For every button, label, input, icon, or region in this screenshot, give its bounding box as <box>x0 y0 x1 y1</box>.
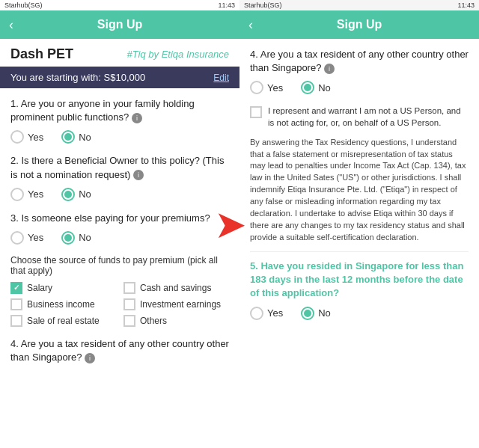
funds-investment[interactable]: Investment earnings <box>123 298 229 310</box>
q4-radio-group: Yes No <box>250 81 469 94</box>
status-right: 11:43 <box>218 1 235 9</box>
realestate-label: Sale of real estate <box>27 316 100 326</box>
q4-no-radio[interactable] <box>301 81 314 94</box>
status-bar-left: Starhub(SG) 11:43 <box>0 0 240 10</box>
q2-radio-group: Yes No <box>10 188 229 201</box>
q5-yes-radio[interactable] <box>250 307 263 320</box>
status-right-right: 11:43 <box>457 1 475 9</box>
q3-yes-label: Yes <box>28 232 43 243</box>
investment-label: Investment earnings <box>140 299 221 310</box>
q1-text: 1. Are you or anyone in your family hold… <box>10 97 229 124</box>
question-4-right: 4. Are you a tax resident of any other c… <box>250 48 469 94</box>
question-1: 1. Are you or anyone in your family hold… <box>10 97 229 144</box>
funds-section: Choose the source of funds to pay premiu… <box>10 255 229 327</box>
business-label: Business income <box>27 299 95 310</box>
realestate-checkbox[interactable] <box>10 315 22 327</box>
q5-no-option[interactable]: No <box>301 307 331 320</box>
starting-text: You are starting with: S$10,000 <box>10 72 145 83</box>
q4-preview-text: 4. Are you a tax resident of any other c… <box>10 337 229 364</box>
question-5: 5. Have you resided in Singapore for les… <box>250 260 469 320</box>
question-3: 3. Is someone else paying for your premi… <box>10 212 229 245</box>
starting-banner: You are starting with: S$10,000 Edit <box>0 67 240 88</box>
q1-yes-option[interactable]: Yes <box>10 130 43 144</box>
business-checkbox[interactable] <box>10 298 22 310</box>
investment-checkbox[interactable] <box>123 298 135 310</box>
us-person-row: I represent and warrant I am not a US Pe… <box>250 105 469 129</box>
q2-yes-label: Yes <box>28 188 43 200</box>
question-4-preview: 4. Are you a tax resident of any other c… <box>10 337 229 364</box>
funds-business[interactable]: Business income <box>10 298 116 310</box>
question-2: 2. Is there a Beneficial Owner to this p… <box>10 154 229 200</box>
back-button[interactable]: ‹ <box>9 17 13 33</box>
funds-realestate[interactable]: Sale of real estate <box>10 315 116 327</box>
header-title-left: Sign Up <box>97 18 142 31</box>
others-label: Others <box>140 316 167 326</box>
brand-name: Dash PET <box>10 46 73 62</box>
back-button-right[interactable]: ‹ <box>248 17 253 33</box>
status-bar-right: Starhub(SG) 11:43 <box>240 0 479 10</box>
q1-no-label: No <box>79 132 91 143</box>
q2-yes-option[interactable]: Yes <box>10 188 43 201</box>
q4-no-label: No <box>318 82 331 93</box>
time-label-right: 11:43 <box>457 1 475 9</box>
time-label: 11:43 <box>218 1 235 9</box>
us-person-label: I represent and warrant I am not a US Pe… <box>268 105 469 129</box>
others-checkbox[interactable] <box>123 315 135 327</box>
q4-yes-radio[interactable] <box>250 81 263 94</box>
left-panel: Starhub(SG) 11:43 ‹ Sign Up Dash PET #Ti… <box>0 0 240 448</box>
header-left: ‹ Sign Up <box>0 10 240 39</box>
q3-yes-radio[interactable] <box>10 231 24 245</box>
q1-no-option[interactable]: No <box>61 130 91 144</box>
q4-info-icon-right[interactable]: i <box>324 64 335 74</box>
q1-yes-label: Yes <box>28 132 43 143</box>
q4-right-text: 4. Are you a tax resident of any other c… <box>250 48 469 75</box>
q2-no-radio[interactable] <box>61 188 75 201</box>
header-right: ‹ Sign Up <box>240 10 479 39</box>
right-content: 4. Are you a tax resident of any other c… <box>240 39 479 448</box>
q5-highlight: 5. Have you resided in Singapore for les… <box>250 260 463 298</box>
q1-yes-radio[interactable] <box>10 130 24 144</box>
q2-info-icon[interactable]: i <box>133 170 144 180</box>
section-divider <box>250 251 469 252</box>
us-person-checkbox[interactable] <box>250 106 262 118</box>
q5-text: 5. Have you resided in Singapore for les… <box>250 260 469 301</box>
funds-salary[interactable]: Salary <box>10 282 116 294</box>
disclaimer-text: By answering the Tax Residency questions… <box>250 137 469 244</box>
q2-no-label: No <box>79 188 91 200</box>
funds-others[interactable]: Others <box>123 315 229 327</box>
right-panel: Starhub(SG) 11:43 ‹ Sign Up 4. Are you a… <box>240 0 479 448</box>
header-title-right: Sign Up <box>337 18 382 31</box>
q2-no-option[interactable]: No <box>61 188 91 201</box>
carrier-label-right: Starhub(SG) <box>244 1 282 9</box>
q2-yes-radio[interactable] <box>10 188 24 201</box>
q5-radio-group: Yes No <box>250 307 469 320</box>
q3-no-option[interactable]: No <box>61 231 91 245</box>
q1-no-radio[interactable] <box>61 130 75 144</box>
funds-checkbox-grid: Salary Cash and savings Business income … <box>10 282 229 327</box>
cash-label: Cash and savings <box>140 283 211 293</box>
q3-yes-option[interactable]: Yes <box>10 231 43 245</box>
q5-yes-option[interactable]: Yes <box>250 307 283 320</box>
q4-info-icon-left[interactable]: i <box>85 353 95 363</box>
q2-text: 2. Is there a Beneficial Owner to this p… <box>10 154 229 181</box>
carrier-label: Starhub(SG) <box>4 1 43 9</box>
q3-text: 3. Is someone else paying for your premi… <box>10 212 229 225</box>
brand-logo: #Tiq by Etiqa Insurance <box>127 49 229 60</box>
q4-yes-option[interactable]: Yes <box>250 81 283 94</box>
q3-radio-group: Yes No <box>10 231 229 245</box>
salary-checkbox[interactable] <box>10 282 22 294</box>
red-arrow-icon: ➤ <box>214 205 247 244</box>
salary-label: Salary <box>27 283 52 293</box>
cash-checkbox[interactable] <box>123 282 135 294</box>
left-content: 1. Are you or anyone in your family hold… <box>0 88 240 448</box>
q3-no-radio[interactable] <box>61 231 75 245</box>
q1-radio-group: Yes No <box>10 130 229 144</box>
funds-title: Choose the source of funds to pay premiu… <box>10 255 229 276</box>
q4-no-option[interactable]: No <box>301 81 331 94</box>
q5-no-radio[interactable] <box>301 307 314 320</box>
q5-no-label: No <box>318 307 331 319</box>
funds-cash[interactable]: Cash and savings <box>123 282 229 294</box>
edit-link[interactable]: Edit <box>213 73 229 83</box>
q1-info-icon[interactable]: i <box>132 113 142 123</box>
q5-yes-label: Yes <box>267 307 283 319</box>
